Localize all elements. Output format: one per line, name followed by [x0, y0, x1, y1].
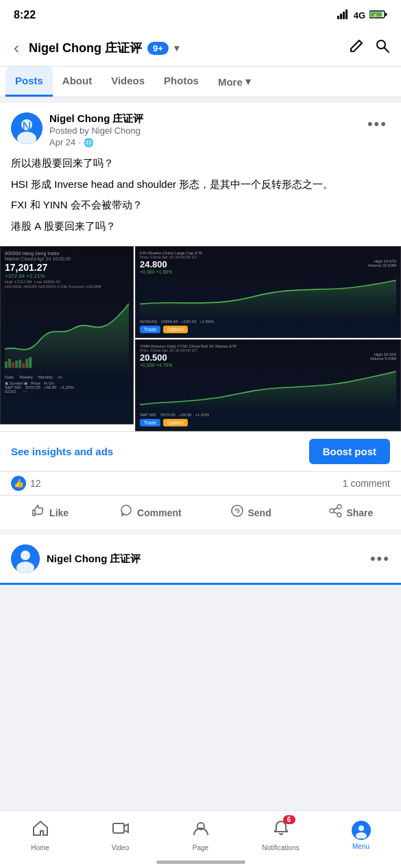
- tab-about[interactable]: About: [53, 67, 101, 97]
- author-name: Nigel Chong 庄证评: [49, 112, 144, 125]
- signal-bars-icon: [337, 10, 350, 21]
- svg-rect-21: [29, 357, 32, 368]
- nav-video[interactable]: Video: [80, 817, 160, 854]
- chevron-down-icon[interactable]: ▾: [174, 43, 179, 53]
- battery-icon: ⚡: [369, 10, 387, 21]
- author-details: Nigel Chong 庄证评 Posted by Nigel Chong Ap…: [49, 112, 144, 147]
- comment-icon: [119, 504, 133, 521]
- next-post-avatar[interactable]: [11, 544, 40, 573]
- svg-text:N: N: [23, 120, 32, 134]
- post-date: Apr 24 · 🌐: [49, 137, 144, 147]
- svg-rect-18: [19, 360, 21, 368]
- svg-rect-2: [343, 12, 345, 19]
- share-icon: [328, 504, 342, 521]
- status-icons: 4G ⚡: [337, 10, 387, 21]
- like-button[interactable]: Like: [0, 497, 100, 528]
- svg-rect-28: [113, 823, 124, 833]
- nav-home[interactable]: Home: [0, 817, 80, 854]
- svg-rect-3: [345, 10, 348, 19]
- nav-menu-label: Menu: [352, 843, 369, 850]
- like-icon: [32, 504, 45, 521]
- send-button[interactable]: Send: [201, 497, 301, 528]
- tab-videos[interactable]: Videos: [101, 67, 154, 97]
- globe-icon: 🌐: [84, 138, 94, 147]
- notification-badge: 9+: [147, 42, 169, 55]
- next-post-more-button[interactable]: •••: [370, 550, 390, 568]
- back-button[interactable]: ‹: [11, 36, 22, 60]
- nav-home-label: Home: [31, 844, 49, 852]
- next-post-preview: Nigel Chong 庄证评 •••: [0, 535, 401, 585]
- svg-rect-5: [385, 13, 387, 16]
- share-button[interactable]: Share: [301, 497, 401, 528]
- see-insights-button[interactable]: See insights and ads: [11, 446, 113, 457]
- svg-point-31: [359, 825, 364, 831]
- svg-point-22: [121, 505, 131, 515]
- likes-count[interactable]: 12: [30, 478, 41, 489]
- svg-text:⚡: ⚡: [372, 12, 378, 19]
- post-text-4: 港股 A 股要回来了吗？: [11, 219, 390, 234]
- home-icon: [32, 819, 49, 841]
- hang-seng-chart-svg: [5, 291, 129, 374]
- video-icon: [112, 819, 130, 841]
- navigation-tabs: Posts About Videos Photos More ▾: [0, 67, 401, 97]
- svg-rect-15: [8, 359, 11, 367]
- nav-video-label: Video: [112, 844, 129, 852]
- author-avatar[interactable]: N: [11, 112, 42, 144]
- network-label: 4G: [354, 10, 365, 21]
- svg-rect-19: [22, 363, 25, 367]
- menu-avatar[interactable]: [352, 821, 371, 840]
- post-images[interactable]: 800000 Hang Seng Index Market Closed Apr…: [0, 246, 401, 431]
- svg-rect-14: [5, 361, 8, 368]
- post-text-3: FXI 和 YINN 会不会被带动？: [11, 197, 390, 213]
- nav-notifications[interactable]: 6 Notifications: [241, 817, 321, 854]
- tab-photos[interactable]: Photos: [154, 67, 208, 97]
- svg-point-26: [21, 551, 30, 560]
- header-actions: [349, 38, 390, 58]
- send-icon: [230, 504, 244, 521]
- svg-rect-20: [25, 359, 28, 367]
- charts-right: FXI iShares China Large-Cap ETF Prev. Cl…: [135, 246, 401, 431]
- status-bar: 8:22 4G ⚡: [0, 0, 401, 30]
- post-card: N Nigel Chong 庄证评 Posted by Nigel Chong …: [0, 103, 401, 529]
- comments-count[interactable]: 1 comment: [343, 478, 390, 489]
- tab-more[interactable]: More ▾: [208, 67, 260, 96]
- svg-rect-17: [15, 361, 18, 368]
- post-more-button[interactable]: •••: [365, 112, 390, 136]
- like-reaction-icon: 👍: [11, 476, 26, 491]
- avatar-image: N: [11, 112, 42, 144]
- post-header: N Nigel Chong 庄证评 Posted by Nigel Chong …: [0, 103, 401, 153]
- svg-rect-0: [337, 16, 339, 19]
- bottom-navigation: Home Video Page 6: [0, 810, 401, 868]
- status-time: 8:22: [14, 9, 36, 21]
- reactions-bar: 👍 12 1 comment: [0, 471, 401, 495]
- tab-posts[interactable]: Posts: [5, 67, 53, 97]
- chart-fxi[interactable]: FXI iShares China Large-Cap ETF Prev. Cl…: [135, 246, 401, 338]
- more-chevron-icon: ▾: [245, 75, 251, 88]
- next-post-author-name: Nigel Chong 庄证评: [47, 553, 141, 566]
- comment-button[interactable]: Comment: [100, 497, 200, 528]
- nav-page-label: Page: [193, 844, 208, 852]
- post-actions: Like Comment: [0, 495, 401, 529]
- header-title-area: Nigel Chong 庄证评 9+ ▾: [29, 40, 342, 56]
- notifications-count-badge: 6: [283, 815, 295, 824]
- nav-page[interactable]: Page: [160, 817, 241, 854]
- page-icon: [192, 819, 210, 841]
- boost-post-button[interactable]: Boost post: [309, 439, 390, 464]
- search-icon[interactable]: [375, 38, 390, 58]
- page-header: ‹ Nigel Chong 庄证评 9+ ▾: [0, 30, 401, 67]
- page-title: Nigel Chong 庄证评: [29, 40, 142, 56]
- post-text-2: HSI 形成 Inverse head and shoulder 形态，是其中一…: [11, 177, 390, 193]
- yinn-chart-svg: [140, 367, 396, 412]
- home-indicator: [156, 860, 245, 864]
- nav-menu[interactable]: Menu: [321, 818, 401, 853]
- edit-icon[interactable]: [349, 38, 364, 58]
- chart-hang-seng[interactable]: 800000 Hang Seng Index Market Closed Apr…: [0, 246, 134, 424]
- author-info: N Nigel Chong 庄证评 Posted by Nigel Chong …: [11, 112, 144, 147]
- fxi-chart-svg: [140, 274, 396, 319]
- reactions-left: 👍 12: [11, 476, 41, 491]
- chart-yinn[interactable]: YINN Direxion Daily FTSE China Bull 3X S…: [135, 339, 401, 431]
- post-content: 所以港股要回来了吗？ HSI 形成 Inverse head and shoul…: [0, 153, 401, 246]
- svg-line-9: [385, 48, 389, 53]
- notifications-badge-wrapper: 6: [272, 819, 290, 841]
- post-text-1: 所以港股要回来了吗？: [11, 156, 390, 171]
